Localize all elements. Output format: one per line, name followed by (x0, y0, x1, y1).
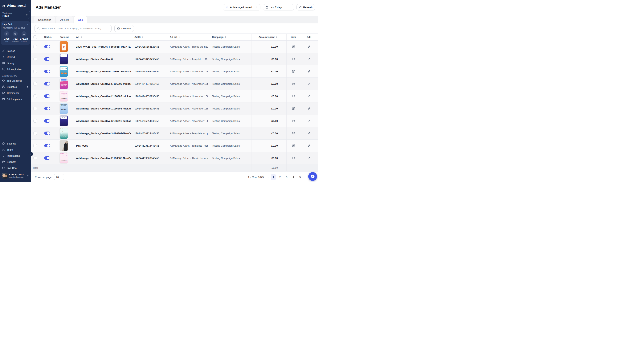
ad-preview-thumbnail[interactable] (60, 41, 68, 52)
sidebar-item-support[interactable]: Support (0, 159, 31, 165)
status-toggle[interactable] (44, 144, 50, 147)
row-checkbox[interactable] (33, 57, 37, 61)
open-link-button[interactable] (292, 156, 295, 160)
status-toggle[interactable] (44, 82, 50, 86)
team-stats-card: Hey Ced ✕ Your team's last 30 days 2335A… (1, 21, 30, 45)
edit-button[interactable] (308, 58, 311, 60)
sidebar-item-team[interactable]: Team (0, 146, 31, 153)
header-cell-ad_id: Ad ID (132, 34, 168, 40)
page-button-3[interactable]: 3 (284, 174, 289, 180)
workspace-selector[interactable]: Workspace Pihla (1, 11, 30, 19)
previous-page-button[interactable]: ‹ (267, 176, 269, 178)
ad-preview-thumbnail[interactable]: Automate Your Ad Workflows◦ ◦ ◦ (60, 54, 68, 64)
open-link-button[interactable] (292, 45, 295, 48)
status-toggle[interactable] (44, 107, 50, 110)
tab-ads[interactable]: Ads (74, 16, 87, 24)
open-link-button[interactable] (292, 58, 295, 60)
edit-button[interactable] (308, 119, 311, 122)
header-cell-ad_set: Ad set (168, 34, 209, 40)
status-toggle[interactable] (44, 57, 50, 61)
search-input[interactable] (41, 27, 109, 30)
edit-button[interactable] (308, 107, 311, 110)
edit-button[interactable] (308, 45, 311, 48)
sidebar-item-ad-templates[interactable]: Ad Templates (0, 96, 31, 102)
status-toggle[interactable] (44, 94, 50, 98)
ad-account-selector[interactable]: AdManage Limited (223, 4, 260, 10)
sidebar-item-label: Statistics (7, 86, 17, 88)
page-button-1[interactable]: 1 (271, 174, 276, 180)
sidebar-item-library[interactable]: Library (0, 60, 31, 66)
sort-updown-icon (80, 36, 82, 38)
sidebar-item-statistics[interactable]: Statistics (0, 84, 31, 90)
status-toggle[interactable] (44, 45, 50, 48)
status-toggle[interactable] (44, 70, 50, 73)
ad-preview-thumbnail[interactable] (60, 140, 68, 151)
row-checkbox[interactable] (33, 45, 37, 48)
rows-per-page-select[interactable]: 20 (54, 174, 64, 180)
edit-button[interactable] (308, 82, 311, 85)
live-chat-fab[interactable] (308, 172, 317, 181)
user-menu[interactable]: Cedric Yarish ced@admanag... (0, 171, 31, 180)
ad-name: AdManage_Statics_Creative 6 186811 micka… (76, 120, 131, 122)
edit-button[interactable] (308, 132, 311, 135)
sidebar-item-upload[interactable]: Upload (0, 54, 31, 60)
row-checkbox[interactable] (33, 132, 37, 135)
row-checkbox[interactable] (33, 107, 37, 110)
date-range-picker[interactable]: Last 7 days (263, 4, 294, 10)
edit-button[interactable] (308, 144, 311, 147)
sidebar-item-live-chat[interactable]: Live Chat (0, 165, 31, 171)
sidebar-item-integrations[interactable]: Integrations (0, 153, 31, 159)
row-checkbox[interactable] (33, 82, 37, 86)
edit-button[interactable] (308, 156, 311, 160)
open-link-button[interactable] (292, 107, 295, 110)
edit-button[interactable] (308, 70, 311, 73)
refresh-button[interactable]: Refresh (296, 4, 315, 10)
upload-icon (2, 56, 5, 58)
row-checkbox[interactable] (33, 119, 37, 122)
status-toggle[interactable] (44, 119, 50, 122)
sidebar-item-top-creatives[interactable]: Top Creatives (0, 78, 31, 84)
tab-band: CampaignsAd setsAds (31, 16, 318, 24)
ad-preview-thumbnail[interactable]: 90% Reduction in Ad Launching TimeTikTok… (60, 91, 68, 102)
status-toggle[interactable] (44, 132, 50, 135)
page-button-4[interactable]: 4 (291, 174, 296, 180)
status-toggle[interactable] (44, 156, 50, 160)
open-link-button[interactable] (292, 82, 295, 85)
open-link-button[interactable] (292, 132, 295, 135)
open-link-button[interactable] (292, 70, 295, 73)
sidebar-collapse-button[interactable] (28, 152, 33, 156)
row-checkbox[interactable] (33, 144, 37, 147)
ad-preview-thumbnail[interactable]: Still Uploading Ads Manually?YesNo (60, 66, 68, 77)
open-link-button[interactable] (292, 119, 295, 122)
page-button-2[interactable]: 2 (277, 174, 283, 180)
close-icon[interactable]: ✕ (27, 23, 28, 25)
sidebar-item-comments[interactable]: Comments (0, 90, 31, 96)
edit-button[interactable] (308, 94, 311, 98)
sidebar-item-settings[interactable]: Settings (0, 140, 31, 146)
columns-button[interactable]: Columns (114, 25, 134, 32)
open-link-button[interactable] (292, 94, 295, 98)
sidebar-item-label: Upload (7, 56, 15, 58)
tab-ad-sets[interactable]: Ad sets (56, 16, 73, 24)
page-button-5[interactable]: 5 (297, 174, 303, 180)
column-label-text: Preview (60, 36, 69, 38)
ad-preview-thumbnail[interactable]: 90% Reduction in Ad Launching TimeTikTok… (60, 153, 68, 163)
row-checkbox[interactable] (33, 156, 37, 160)
ad-preview-thumbnail[interactable]: Launch 100s of Ads in <1min.Meta TikTok (60, 103, 68, 114)
header-cell-edit: Edit (300, 34, 318, 40)
row-checkbox[interactable] (33, 94, 37, 98)
sidebar-dashboards-nav: Top CreativesStatisticsCommentsAd Templa… (0, 78, 31, 102)
ad-preview-thumbnail[interactable]: Automate Your Ad Workflows◦ ◦ ◦ (60, 116, 68, 126)
sidebar-item-launch[interactable]: Launch (0, 48, 31, 54)
tab-campaigns[interactable]: Campaigns (34, 16, 56, 24)
gear-icon (2, 142, 5, 145)
column-label-text: Campaign (212, 36, 224, 38)
select-all-checkbox[interactable] (33, 36, 37, 39)
sidebar-item-ad-inspiration[interactable]: Ad Inspiration (0, 66, 31, 72)
ad-preview-thumbnail[interactable]: Free Your Team From Repetitive Uploads.A… (60, 128, 68, 138)
logo[interactable]: Admanage.ai (0, 0, 31, 8)
row-checkbox[interactable] (33, 70, 37, 73)
amount-spent: £0.00 (271, 82, 278, 85)
open-link-button[interactable] (292, 144, 295, 147)
ad-preview-thumbnail[interactable]: 1 click 1 minute 100s of ads (60, 78, 68, 89)
